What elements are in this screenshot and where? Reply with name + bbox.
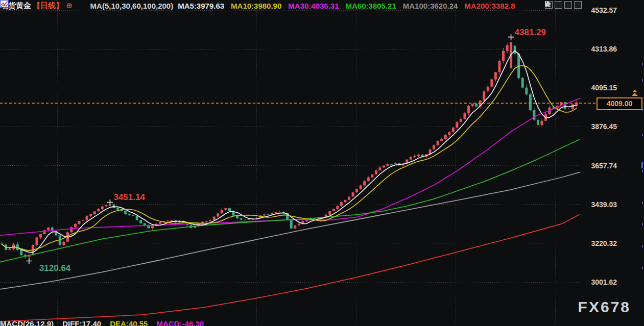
expand-icon[interactable]: ⊕	[66, 1, 73, 10]
price-annotation: 4381.29	[508, 28, 546, 40]
macd-indicator-labels: MACD(26,12,9) DIFF:17.40 DEA:40.55 MACD:…	[0, 319, 210, 326]
macd-value: MACD:-46.30	[157, 319, 204, 326]
indicator-chart-icon[interactable]	[77, 2, 86, 10]
ma-line-MA30	[0, 98, 580, 235]
right-edge-ticks	[641, 63, 643, 269]
ma-line-MA200	[0, 214, 580, 321]
ma-params-label: MA(5,10,30,60,100,200)	[90, 2, 174, 10]
price-annotation: 3120.64	[26, 258, 70, 273]
price-annotation: 3451.14	[107, 192, 145, 205]
y-axis-label: 3001.62	[581, 278, 617, 286]
macd-diff-value: DIFF:17.40	[62, 319, 101, 326]
trading-chart-window: 4381.293451.143120.64 现货黄金 【日线】 ⊕ MA(5,1…	[0, 0, 644, 326]
macd-dea-value: DEA:40.55	[110, 319, 148, 326]
y-axis-label: 3876.45	[581, 122, 617, 131]
ma-line-MA10	[2, 66, 577, 250]
collapse-right-icon[interactable]	[574, 1, 582, 9]
period-label[interactable]: 【日线】	[33, 1, 63, 11]
ma-line-MA100	[0, 172, 580, 289]
svg-text:3120.64: 3120.64	[39, 263, 71, 273]
header-toolbar	[545, 1, 582, 9]
ma-value-MA200: MA200:3382.8	[464, 2, 515, 10]
y-axis-label: 3220.32	[581, 239, 617, 247]
y-axis-label: 3439.03	[581, 200, 617, 209]
chart-play-icon[interactable]	[564, 1, 572, 9]
ma-value-MA100: MA100:3620.24	[403, 2, 458, 10]
ma-value-MA10: MA10:3980.90	[231, 2, 281, 10]
y-axis-label: 3657.74	[581, 162, 617, 170]
macd-params-label: MACD(26,12,9)	[0, 319, 54, 326]
current-price-tag: 4009.00	[597, 97, 642, 110]
y-axis-label: 4095.15	[581, 84, 617, 92]
svg-text:4381.29: 4381.29	[515, 28, 546, 37]
chart-axis-icon[interactable]	[555, 1, 562, 9]
ma-value-MA60: MA60:3805.21	[346, 2, 396, 10]
gridlines	[0, 7, 580, 324]
ma-values-list: MA5:3979.63MA10:3980.90MA30:4036.31MA60:…	[178, 2, 521, 10]
brand-watermark: FX678	[578, 298, 631, 316]
svg-text:3451.14: 3451.14	[113, 192, 145, 202]
ma-line-MA60	[0, 139, 580, 262]
ma-line-MA5	[2, 51, 577, 252]
price-up-arrow-icon	[632, 90, 638, 96]
y-axis-label: 4313.86	[581, 45, 617, 53]
candlestick-chart-canvas[interactable]: 4381.293451.143120.64	[0, 0, 644, 326]
ma-value-MA5: MA5:3979.63	[178, 2, 224, 10]
ma-value-MA30: MA30:4036.31	[288, 2, 339, 10]
